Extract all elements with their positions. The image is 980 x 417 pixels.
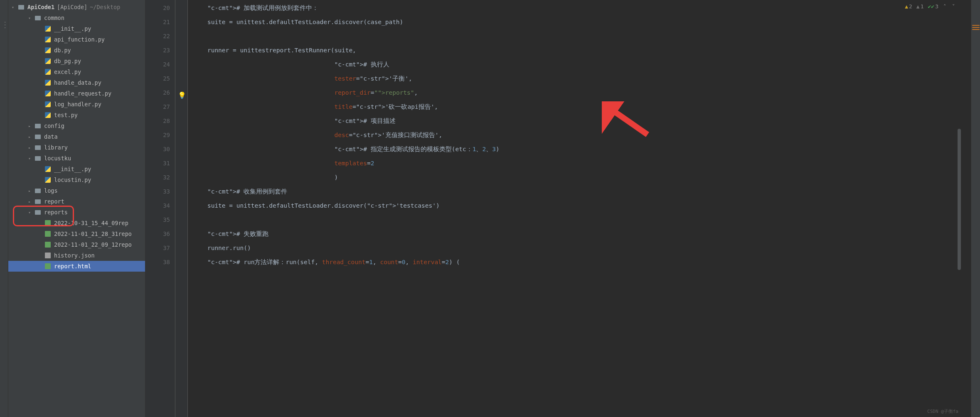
json-icon xyxy=(44,252,52,259)
scrollbar-thumb[interactable] xyxy=(958,129,961,270)
line-number: 24 xyxy=(150,57,170,71)
tree-item-db-pg-py[interactable]: db_pg.py xyxy=(8,56,145,66)
editor-scrollbar[interactable] xyxy=(957,17,962,417)
project-tree[interactable]: ▾ ApiCode1 [ApiCode] ~/Desktop ▾common__… xyxy=(8,0,145,417)
next-highlight-button[interactable]: ˅ xyxy=(951,3,956,10)
tree-item-label: 2022-11-01_21_28_31repo xyxy=(54,231,132,237)
inspection-check[interactable]: ✔✔ 3 xyxy=(928,3,938,10)
py-icon xyxy=(44,176,52,184)
left-rail-label: ... xyxy=(1,21,7,29)
line-number: 32 xyxy=(150,170,170,184)
tree-item-config[interactable]: ▸config xyxy=(8,120,145,131)
inspections-widget[interactable]: ▲ 2 ▲ 1 ✔✔ 3 ˄ ˅ xyxy=(905,3,956,10)
folder-icon xyxy=(34,14,42,22)
chevron-down-icon[interactable]: ▾ xyxy=(27,155,32,161)
check-icon: ✔✔ xyxy=(928,3,935,10)
line-numbers: 20212223242526272829303132333435363738 xyxy=(150,0,175,417)
tree-item-label: 2022-10-31_15_44_09rep xyxy=(54,220,128,226)
tree-item-label: config xyxy=(44,123,64,129)
line-number: 36 xyxy=(150,227,170,241)
chevron-right-icon[interactable]: ▸ xyxy=(27,134,32,140)
html-icon xyxy=(44,262,52,270)
warning-icon: ▲ xyxy=(905,3,908,10)
line-number: 20 xyxy=(150,1,170,15)
tree-item-logs[interactable]: ▸logs xyxy=(8,185,145,196)
inspection-warn-yellow[interactable]: ▲ 2 xyxy=(905,3,912,10)
tree-item-test-py[interactable]: test.py xyxy=(8,110,145,120)
tree-item-api-function-py[interactable]: api_function.py xyxy=(8,34,145,45)
folder-icon xyxy=(34,133,42,140)
tree-item-handle-data-py[interactable]: handle_data.py xyxy=(8,77,145,88)
project-root[interactable]: ▾ ApiCode1 [ApiCode] ~/Desktop xyxy=(8,2,145,12)
intention-bulb-icon[interactable]: 💡 xyxy=(178,91,186,99)
tree-item-data[interactable]: ▸data xyxy=(8,131,145,142)
line-number: 33 xyxy=(150,184,170,199)
tree-item-label: history.json xyxy=(54,252,95,259)
inspection-warn-gray[interactable]: ▲ 1 xyxy=(916,3,924,10)
chevron-down-icon[interactable]: ▾ xyxy=(27,15,32,21)
tree-item-reports[interactable]: ▾reports xyxy=(8,207,145,218)
left-tool-rail[interactable]: ... xyxy=(0,0,8,417)
folder-icon xyxy=(34,208,42,216)
tree-item-label: log_handler.py xyxy=(54,101,101,108)
tree-item-library[interactable]: ▸library xyxy=(8,142,145,153)
tree-item-label: __init__.py xyxy=(54,25,91,32)
editor[interactable]: 20212223242526272829303132333435363738 💡… xyxy=(145,0,971,417)
chevron-down-icon[interactable]: ▾ xyxy=(10,4,16,10)
watermark: CSDN @子衡fa xyxy=(927,408,958,415)
tree-item-2022-10-31-15-44-09rep[interactable]: 2022-10-31_15_44_09rep xyxy=(8,218,145,228)
tree-item--init-py[interactable]: __init__.py xyxy=(8,164,145,174)
tree-item-label: reports xyxy=(44,209,68,216)
tree-item-2022-11-01-22-09-12repo[interactable]: 2022-11-01_22_09_12repo xyxy=(8,239,145,250)
tree-item-label: api_function.py xyxy=(54,36,105,43)
tree-item-locustin-py[interactable]: locustin.py xyxy=(8,174,145,185)
tree-item-handle-request-py[interactable]: handle_request.py xyxy=(8,88,145,99)
tree-item-label: locustku xyxy=(44,155,71,162)
line-number: 21 xyxy=(150,15,170,29)
tree-item-report-html[interactable]: report.html xyxy=(8,261,145,272)
project-path: ~/Desktop xyxy=(90,4,120,10)
tree-item-label: common xyxy=(44,15,64,21)
tree-item-excel-py[interactable]: excel.py xyxy=(8,66,145,77)
code-area[interactable]: "c-cmt"># 加载测试用例放到套件中： suite = unittest.… xyxy=(188,0,971,417)
line-number: 31 xyxy=(150,156,170,170)
prev-highlight-button[interactable]: ˄ xyxy=(943,3,947,10)
chevron-right-icon[interactable]: ▸ xyxy=(27,123,32,129)
tree-item-label: 2022-11-01_22_09_12repo xyxy=(54,241,132,248)
py-icon xyxy=(44,101,52,108)
tree-item-common[interactable]: ▾common xyxy=(8,12,145,23)
tree-item-label: report xyxy=(44,198,64,205)
tree-item-label: db.py xyxy=(54,47,71,54)
html-icon xyxy=(44,241,52,248)
folder-icon xyxy=(34,144,42,151)
tree-item-db-py[interactable]: db.py xyxy=(8,45,145,56)
chevron-right-icon[interactable]: ▸ xyxy=(27,188,32,194)
burger-icon[interactable] xyxy=(972,25,980,30)
line-number: 38 xyxy=(150,255,170,269)
chevron-down-icon[interactable]: ▾ xyxy=(27,209,32,215)
line-number: 30 xyxy=(150,142,170,156)
py-icon xyxy=(44,25,52,32)
check-count: 3 xyxy=(935,3,938,10)
line-number: 28 xyxy=(150,114,170,128)
tree-item-label: handle_request.py xyxy=(54,90,111,97)
tree-item-label: report.html xyxy=(54,263,91,270)
right-tool-rail[interactable] xyxy=(971,0,980,417)
line-number: 35 xyxy=(150,213,170,227)
tree-item-log-handler-py[interactable]: log_handler.py xyxy=(8,99,145,110)
gutter-icons: 💡 xyxy=(175,0,188,417)
line-number: 26 xyxy=(150,86,170,100)
py-icon xyxy=(44,47,52,54)
tree-item-locustku[interactable]: ▾locustku xyxy=(8,153,145,164)
chevron-right-icon[interactable]: ▸ xyxy=(27,145,32,150)
tree-item-report[interactable]: ▸report xyxy=(8,196,145,207)
py-icon xyxy=(44,79,52,86)
line-number: 27 xyxy=(150,100,170,114)
tree-item-2022-11-01-21-28-31repo[interactable]: 2022-11-01_21_28_31repo xyxy=(8,228,145,239)
tree-item--init-py[interactable]: __init__.py xyxy=(8,23,145,34)
tree-item-history-json[interactable]: history.json xyxy=(8,250,145,261)
chevron-right-icon[interactable]: ▸ xyxy=(27,199,32,204)
line-number: 25 xyxy=(150,71,170,86)
tree-item-label: data xyxy=(44,133,58,140)
gutter-fold xyxy=(145,0,150,417)
